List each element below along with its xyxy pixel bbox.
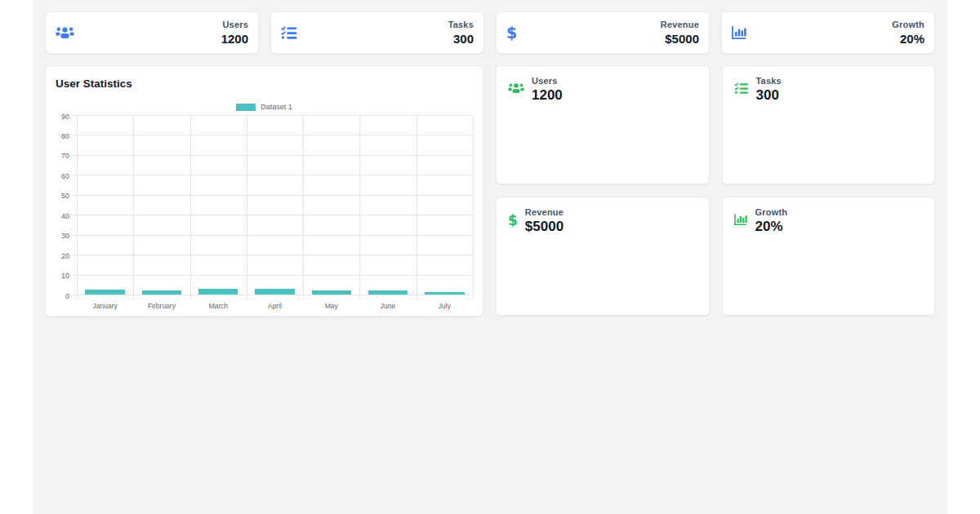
dashboard-panel: Users 1200 Tasks 300 $ — [33, 0, 947, 514]
stat-card-users: Users 1200 — [45, 11, 259, 54]
y-tick-label: 10 — [61, 273, 69, 280]
chart-x-axis: JanuaryFebruaryMarchAprilMayJuneJuly — [77, 302, 473, 310]
stat-card-tasks: Tasks 300 — [270, 11, 484, 54]
bar-january — [85, 290, 125, 295]
v-gridline — [190, 116, 191, 299]
legend-swatch — [236, 104, 256, 111]
stat-value: $5000 — [661, 32, 699, 46]
stat-value: 300 — [448, 32, 474, 46]
chart-title: User Statistics — [56, 78, 473, 90]
main-row: User Statistics Dataset 1 01020304050607… — [45, 65, 935, 317]
y-tick-label: 40 — [61, 212, 69, 219]
stat-label: Users — [221, 20, 248, 30]
x-tick-label: February — [133, 302, 189, 310]
v-gridline — [77, 116, 78, 299]
chart-bar-icon — [732, 26, 747, 40]
side-stats-grid: Users 1200 Tasks 30 — [496, 65, 935, 317]
x-tick-label: July — [416, 302, 473, 310]
chart-body: 0102030405060708090 — [56, 116, 473, 295]
chart-legend: Dataset 1 — [56, 103, 473, 111]
chart-y-axis: 0102030405060708090 — [56, 116, 77, 295]
users-icon — [508, 82, 524, 95]
bar-march — [198, 289, 238, 295]
y-tick-label: 50 — [61, 193, 69, 200]
y-tick-label: 0 — [65, 292, 69, 299]
y-tick-label: 80 — [61, 132, 69, 140]
x-tick-label: June — [359, 302, 416, 310]
y-tick-label: 90 — [61, 113, 69, 120]
v-gridline — [133, 116, 134, 299]
chart-plot — [77, 116, 473, 295]
stat-value: 20% — [892, 32, 924, 46]
user-statistics-card: User Statistics Dataset 1 01020304050607… — [45, 65, 483, 317]
y-tick-label: 30 — [61, 233, 69, 240]
y-tick-label: 70 — [61, 153, 69, 160]
users-icon — [56, 26, 74, 40]
bar-may — [312, 290, 352, 295]
stat-label: Revenue — [525, 207, 564, 217]
legend-label: Dataset 1 — [261, 103, 292, 111]
stat-label: Tasks — [756, 76, 782, 86]
x-tick-label: March — [190, 302, 247, 310]
v-gridline — [473, 116, 474, 299]
bar-february — [142, 290, 182, 295]
x-tick-label: January — [77, 302, 133, 310]
stat-card-revenue: $ Revenue $5000 — [496, 11, 710, 54]
info-card-growth: Growth 20% — [722, 197, 936, 316]
info-card-tasks: Tasks 300 — [722, 65, 936, 184]
chart-bar-icon — [734, 214, 748, 226]
bar-april — [255, 289, 295, 295]
stat-label: Growth — [755, 207, 788, 217]
y-tick-label: 20 — [61, 252, 69, 259]
info-card-users: Users 1200 — [496, 65, 710, 184]
v-gridline — [303, 116, 304, 299]
stat-value: 300 — [756, 87, 782, 104]
y-tick-label: 60 — [61, 172, 69, 179]
stat-value: $5000 — [525, 219, 564, 235]
stat-value: 20% — [755, 219, 788, 235]
dollar-icon: $ — [506, 25, 517, 41]
v-gridline — [416, 116, 417, 299]
x-tick-label: May — [303, 302, 359, 310]
stat-label: Users — [532, 76, 563, 86]
v-gridline — [359, 116, 360, 299]
tasks-icon — [734, 82, 749, 95]
stat-label: Revenue — [661, 20, 699, 30]
stat-value: 1200 — [221, 32, 248, 46]
bar-june — [368, 290, 408, 295]
stat-label: Tasks — [448, 20, 474, 30]
stat-value: 1200 — [532, 87, 563, 104]
stat-card-growth: Growth 20% — [721, 11, 935, 54]
x-tick-label: April — [247, 302, 303, 310]
stat-label: Growth — [892, 20, 924, 30]
bar-july — [425, 292, 465, 295]
top-stats-row: Users 1200 Tasks 300 $ — [45, 11, 935, 54]
dollar-icon: $ — [508, 214, 518, 228]
tasks-icon — [281, 26, 297, 40]
v-gridline — [247, 116, 247, 299]
info-card-revenue: $ Revenue $5000 — [496, 197, 710, 316]
